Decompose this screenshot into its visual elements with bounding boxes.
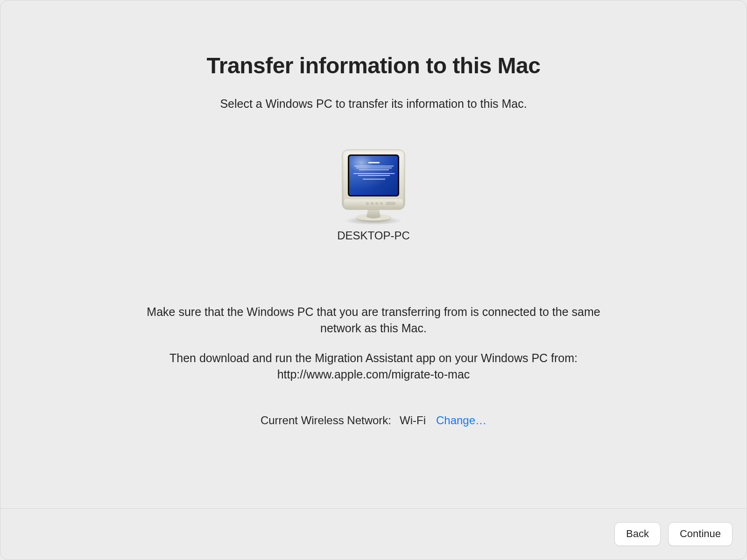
instruction-line-2: Then download and run the Migration Assi…	[133, 350, 614, 382]
network-label: Current Wireless Network:	[261, 414, 391, 427]
continue-button[interactable]: Continue	[668, 522, 733, 546]
svg-rect-12	[359, 169, 389, 170]
back-button[interactable]: Back	[614, 522, 661, 546]
change-network-link[interactable]: Change…	[436, 414, 486, 427]
footer-bar: Back Continue	[0, 508, 747, 560]
windows-pc-icon[interactable]	[334, 147, 413, 226]
svg-rect-13	[353, 173, 395, 174]
svg-point-19	[380, 202, 382, 204]
svg-rect-14	[358, 175, 390, 176]
instructions-block: Make sure that the Windows PC that you a…	[133, 304, 614, 382]
main-content: Transfer information to this Mac Select …	[0, 0, 747, 508]
instruction-line-1: Make sure that the Windows PC that you a…	[133, 304, 614, 336]
page-title: Transfer information to this Mac	[207, 53, 541, 78]
svg-rect-10	[354, 166, 394, 167]
svg-rect-9	[368, 162, 380, 163]
svg-point-17	[371, 202, 373, 204]
network-value: Wi-Fi	[400, 414, 426, 427]
svg-point-18	[375, 202, 378, 204]
svg-point-16	[366, 202, 368, 204]
svg-rect-15	[363, 179, 385, 180]
network-status: Current Wireless Network: Wi-Fi Change…	[261, 414, 486, 427]
svg-rect-20	[386, 202, 395, 204]
page-subtitle: Select a Windows PC to transfer its info…	[220, 97, 527, 111]
svg-rect-11	[356, 168, 392, 168]
device-name-label: DESKTOP-PC	[337, 229, 410, 242]
device-list: DESKTOP-PC	[334, 147, 413, 242]
